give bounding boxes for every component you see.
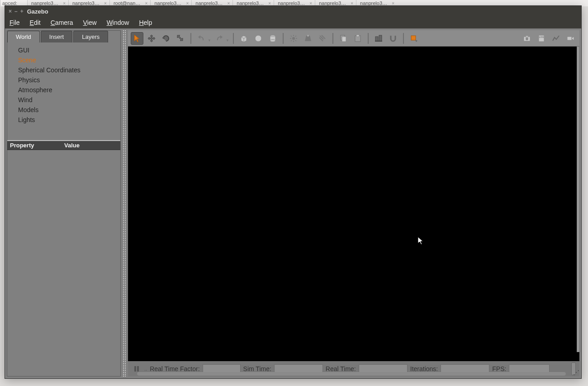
world-tree[interactable]: GUI Scene Spherical Coordinates Physics … (7, 42, 120, 140)
body: World Insert Layers GUI Scene Spherical … (5, 28, 581, 378)
statusbar: .. Real Time Factor: Sim Time: Real Time… (128, 361, 579, 377)
paste-icon[interactable] (351, 32, 364, 45)
tab-label: Layers (82, 33, 100, 40)
scale-icon[interactable] (174, 32, 187, 45)
point-light-icon[interactable] (287, 32, 300, 45)
svg-rect-18 (342, 37, 346, 42)
undo-dropdown-icon[interactable]: ▼ (208, 38, 211, 42)
sphere-icon[interactable] (252, 32, 265, 45)
record-icon[interactable] (564, 32, 577, 45)
col-value[interactable]: Value (62, 141, 120, 150)
titlebar[interactable]: × – + Gazebo (5, 6, 581, 17)
step-indicator: .. (144, 366, 147, 372)
menubar: File Edit Camera View Window Help (5, 17, 581, 28)
menu-edit[interactable]: Edit (30, 19, 41, 26)
tree-item-physics[interactable]: Physics (18, 75, 116, 85)
menu-window[interactable]: Window (107, 19, 129, 26)
realtime-label: Real Time: (326, 365, 356, 372)
svg-line-11 (291, 40, 292, 41)
svg-point-4 (292, 37, 295, 40)
toolbar-separator (332, 33, 333, 44)
window-title: Gazebo (27, 8, 48, 15)
directional-light-icon[interactable] (316, 32, 329, 45)
svg-rect-27 (526, 36, 528, 37)
vertical-splitter[interactable] (123, 30, 126, 377)
move-icon[interactable] (145, 32, 158, 45)
screenshot-icon[interactable] (521, 32, 533, 45)
menu-file[interactable]: File (9, 19, 20, 26)
svg-rect-30 (567, 37, 572, 40)
menu-help[interactable]: Help (139, 19, 152, 26)
toolbar-separator (368, 33, 369, 44)
toolbar: ▼ ▼ LOG (128, 30, 579, 47)
iterations-label: Iterations: (410, 365, 438, 372)
tree-item-spherical[interactable]: Spherical Coordinates (18, 65, 116, 75)
tab-world[interactable]: World (7, 31, 40, 42)
redo-icon[interactable] (213, 32, 226, 45)
svg-text:LOG: LOG (539, 36, 544, 38)
property-header: Property Value (7, 140, 120, 150)
rtf-label: Real Time Factor: (150, 365, 199, 372)
fps-label: FPS: (492, 365, 506, 372)
tree-item-lights[interactable]: Lights (18, 115, 116, 125)
undo-icon[interactable] (195, 32, 208, 45)
snap-icon[interactable] (387, 32, 399, 45)
log-icon[interactable]: LOG (535, 32, 548, 45)
viewport-scrollbar[interactable] (577, 47, 579, 352)
toolbar-separator (283, 33, 284, 44)
svg-line-9 (291, 36, 292, 37)
mouse-cursor-icon (417, 236, 424, 245)
select-arrow-icon[interactable] (131, 32, 143, 45)
svg-line-12 (295, 36, 296, 37)
svg-line-10 (295, 40, 296, 41)
tab-label: Insert (49, 33, 64, 40)
tree-item-atmosphere[interactable]: Atmosphere (18, 85, 116, 95)
svg-point-13 (307, 35, 309, 37)
menu-camera[interactable]: Camera (51, 19, 73, 26)
tree-item-scene[interactable]: Scene (18, 55, 116, 65)
window-minimize-button[interactable]: – (14, 8, 18, 14)
copy-icon[interactable] (337, 32, 350, 45)
tree-item-gui[interactable]: GUI (18, 45, 116, 55)
svg-rect-20 (356, 35, 359, 37)
rotate-icon[interactable] (160, 32, 172, 45)
toolbar-separator (190, 33, 191, 44)
svg-rect-32 (137, 366, 139, 372)
svg-point-26 (526, 38, 528, 40)
spot-light-icon[interactable] (302, 32, 314, 45)
redo-dropdown-icon[interactable]: ▼ (226, 38, 229, 42)
gazebo-window: × – + Gazebo File Edit Camera View Windo… (5, 5, 582, 379)
tab-insert[interactable]: Insert (41, 31, 73, 42)
align-icon[interactable] (372, 32, 385, 45)
box-icon[interactable] (237, 32, 250, 45)
menu-view[interactable]: View (83, 19, 97, 26)
cylinder-icon[interactable] (266, 32, 279, 45)
svg-rect-21 (375, 37, 378, 41)
svg-rect-31 (134, 366, 136, 372)
status-scrollbar[interactable] (137, 372, 566, 376)
svg-point-3 (270, 39, 275, 42)
svg-point-0 (255, 35, 261, 42)
tree-item-models[interactable]: Models (18, 105, 116, 115)
tree-item-wind[interactable]: Wind (18, 95, 116, 105)
tab-layers[interactable]: Layers (73, 31, 108, 42)
resize-grip-icon[interactable]: ⋰ (573, 370, 579, 376)
col-property[interactable]: Property (7, 141, 62, 150)
right-area: ▼ ▼ LOG (128, 30, 579, 377)
select-box-icon[interactable] (408, 32, 420, 45)
window-maximize-button[interactable]: + (20, 8, 24, 14)
tab-label: World (16, 33, 31, 40)
svg-rect-22 (379, 35, 382, 41)
simtime-label: Sim Time: (243, 365, 271, 372)
window-close-button[interactable]: × (9, 8, 12, 14)
toolbar-separator (403, 33, 404, 44)
left-panel: World Insert Layers GUI Scene Spherical … (7, 30, 121, 377)
viewport-3d[interactable] (128, 47, 579, 361)
toolbar-separator (233, 33, 234, 44)
left-tabs: World Insert Layers (7, 31, 120, 42)
svg-rect-24 (411, 36, 416, 40)
property-body (7, 150, 120, 376)
plot-icon[interactable] (550, 32, 562, 45)
